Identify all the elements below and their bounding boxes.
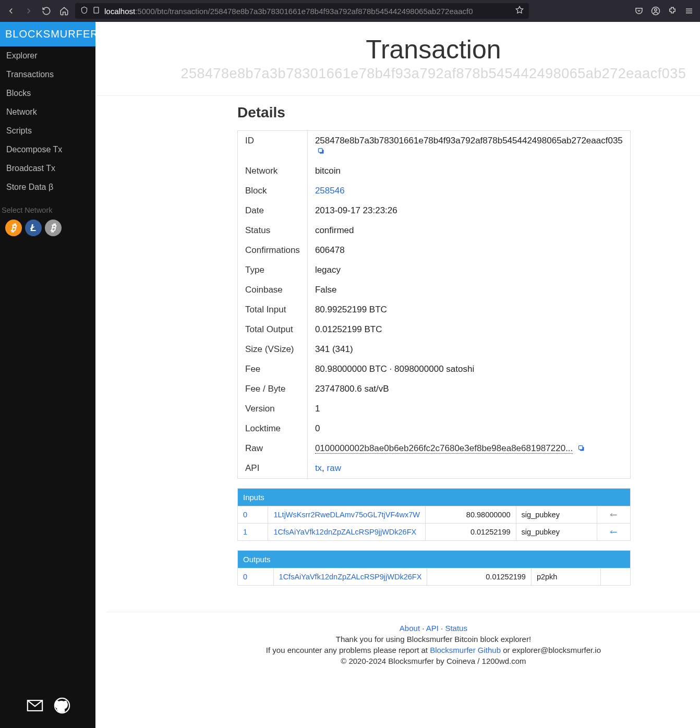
github-icon[interactable]	[53, 697, 71, 717]
network-selector: ₿ Ł ₿	[0, 220, 95, 236]
footer-about-link[interactable]: About	[400, 624, 420, 633]
input-script: sig_pubkey	[516, 506, 597, 524]
transaction-hash: 258478e8b7a3b78301661e78b4f93a792af878b5…	[95, 66, 700, 82]
label-version: Version	[238, 399, 308, 419]
sidebar-nav: Explorer Transactions Blocks Network Scr…	[0, 46, 95, 197]
bookmark-icon[interactable]	[515, 6, 524, 16]
reload-button[interactable]	[40, 4, 53, 18]
value-api: tx, raw	[307, 458, 630, 479]
sidebar-item-storedata[interactable]: Store Data β	[0, 178, 95, 197]
input-amount: 80.98000000	[425, 506, 516, 524]
label-api: API	[238, 458, 308, 479]
value-confirmations: 606478	[307, 240, 630, 260]
details-table: ID 258478e8b7a3b78301661e78b4f93a792af87…	[237, 130, 631, 479]
svg-rect-6	[318, 149, 322, 153]
output-spent	[600, 568, 630, 586]
sidebar-item-network[interactable]: Network	[0, 103, 95, 122]
sidebar-item-broadcast[interactable]: Broadcast Tx	[0, 159, 95, 178]
shield-icon	[80, 6, 88, 16]
value-coinbase: False	[307, 280, 630, 300]
label-network: Network	[238, 161, 308, 181]
value-fee-byte: 23747800.6 sat/vB	[307, 379, 630, 399]
sidebar-item-explorer[interactable]: Explorer	[0, 46, 95, 65]
page-icon	[92, 6, 100, 16]
inputs-table: Inputs 0 1LtjWsKsrr2RweDLAmv75oGL7tjVF4w…	[237, 488, 631, 541]
output-amount: 0.01252199	[427, 568, 532, 586]
label-total-input: Total Input	[238, 300, 308, 320]
brand[interactable]: BLOCKSMURFER	[0, 22, 95, 46]
label-block: Block	[238, 181, 308, 201]
bitcoin-icon[interactable]: ₿	[5, 220, 22, 236]
label-fee: Fee	[238, 359, 308, 379]
select-network-label: Select Network	[0, 197, 95, 220]
raw-link[interactable]: 0100000002b8ae0b6eb266fc2c7680e3ef8be98e…	[315, 443, 573, 454]
sidebar-item-transactions[interactable]: Transactions	[0, 65, 95, 84]
forward-button[interactable]	[22, 4, 35, 18]
value-total-output: 0.01252199 BTC	[307, 320, 630, 339]
input-row: 0 1LtjWsKsrr2RweDLAmv75oGL7tjVF4wx7W 80.…	[238, 506, 631, 524]
main-content: Transaction 258478e8b7a3b78301661e78b4f9…	[95, 22, 700, 728]
label-confirmations: Confirmations	[238, 240, 308, 260]
value-raw: 0100000002b8ae0b6eb266fc2c7680e3ef8be98e…	[307, 439, 630, 458]
svg-rect-0	[94, 7, 99, 13]
input-row: 1 1CfsAiYaVfk12dnZpZALcRSP9jjWDk26FX 0.0…	[238, 524, 631, 541]
details-heading: Details	[237, 104, 631, 121]
footer-status-link[interactable]: Status	[445, 624, 467, 633]
output-address[interactable]: 1CfsAiYaVfk12dnZpZALcRSP9jjWDk26FX	[279, 573, 422, 581]
menu-icon[interactable]	[682, 4, 696, 18]
account-icon[interactable]	[649, 4, 662, 18]
url-bar[interactable]: localhost:5000/btc/transaction/258478e8b…	[75, 3, 529, 19]
value-size: 341 (341)	[307, 339, 630, 359]
output-script: p2pkh	[531, 568, 600, 586]
home-button[interactable]	[57, 4, 71, 18]
input-source-icon[interactable]: 🡐	[597, 506, 630, 524]
url-text: localhost:5000/btc/transaction/258478e8b…	[104, 7, 473, 16]
value-block-link[interactable]: 258546	[315, 186, 345, 196]
footer-github-link[interactable]: Blocksmurfer Github	[430, 646, 501, 654]
value-network: bitcoin	[307, 161, 630, 181]
value-id: 258478e8b7a3b78301661e78b4f93a792af878b5…	[307, 131, 630, 162]
input-source-icon[interactable]: 🡐	[597, 524, 630, 541]
pocket-icon[interactable]	[632, 4, 646, 18]
value-locktime: 0	[307, 419, 630, 439]
sidebar-footer	[0, 688, 95, 728]
input-address[interactable]: 1CfsAiYaVfk12dnZpZALcRSP9jjWDk26FX	[273, 528, 416, 536]
input-index[interactable]: 1	[243, 528, 247, 536]
litecoin-icon[interactable]: Ł	[25, 220, 42, 236]
outputs-header: Outputs	[238, 551, 631, 568]
copy-id-icon[interactable]	[317, 146, 325, 156]
sidebar-item-scripts[interactable]: Scripts	[0, 122, 95, 140]
label-size: Size (VSize)	[238, 339, 308, 359]
value-version: 1	[307, 399, 630, 419]
page-title: Transaction	[95, 34, 700, 65]
copy-raw-icon[interactable]	[577, 443, 585, 453]
label-total-output: Total Output	[238, 320, 308, 339]
sidebar: BLOCKSMURFER Explorer Transactions Block…	[0, 22, 95, 728]
label-id: ID	[238, 131, 308, 162]
page-footer: About · API · Status Thank you for using…	[106, 612, 700, 683]
label-locktime: Locktime	[238, 419, 308, 439]
api-tx-link[interactable]: tx	[315, 463, 322, 473]
input-index[interactable]: 0	[243, 511, 247, 519]
extensions-icon[interactable]	[666, 4, 679, 18]
output-index[interactable]: 0	[243, 573, 247, 581]
sidebar-item-decompose[interactable]: Decompose Tx	[0, 140, 95, 159]
api-raw-link[interactable]: raw	[327, 463, 341, 473]
output-row: 0 1CfsAiYaVfk12dnZpZALcRSP9jjWDk26FX 0.0…	[238, 568, 631, 586]
input-address[interactable]: 1LtjWsKsrr2RweDLAmv75oGL7tjVF4wx7W	[273, 511, 419, 519]
inputs-header: Inputs	[238, 489, 631, 506]
svg-rect-8	[579, 446, 583, 450]
input-script: sig_pubkey	[516, 524, 597, 541]
value-total-input: 80.99252199 BTC	[307, 300, 630, 320]
mail-icon[interactable]	[26, 697, 44, 717]
label-status: Status	[238, 221, 308, 240]
footer-thanks: Thank you for using Blocksmurfer Bitcoin…	[106, 635, 700, 644]
value-fee: 80.98000000 BTC · 8098000000 satoshi	[307, 359, 630, 379]
value-type: legacy	[307, 260, 630, 280]
label-coinbase: Coinbase	[238, 280, 308, 300]
sidebar-item-blocks[interactable]: Blocks	[0, 84, 95, 103]
testnet-icon[interactable]: ₿	[45, 220, 62, 236]
footer-api-link[interactable]: API	[426, 624, 439, 633]
outputs-table: Outputs 0 1CfsAiYaVfk12dnZpZALcRSP9jjWDk…	[237, 550, 631, 586]
back-button[interactable]	[4, 4, 18, 18]
